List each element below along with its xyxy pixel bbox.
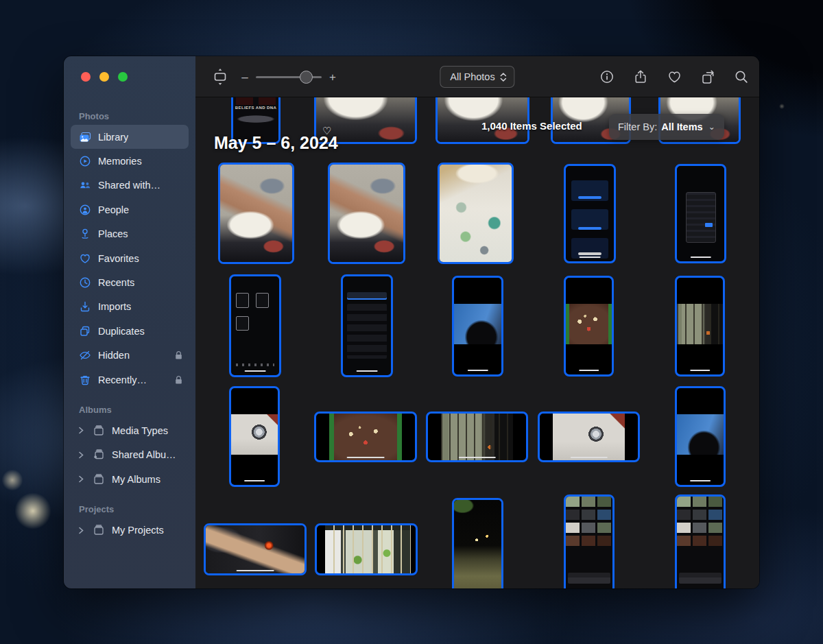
photo-thumbnail-gallery-screenshot[interactable] bbox=[675, 494, 726, 588]
sidebar-item-label: Imports bbox=[98, 301, 131, 312]
filter-dropdown[interactable]: Filter By: All Items ⌄ bbox=[609, 114, 724, 140]
sidebar-item-duplicates[interactable]: Duplicates bbox=[71, 319, 189, 343]
orientation-toggle-icon[interactable] bbox=[212, 69, 228, 85]
sidebar-item-my-projects[interactable]: My Projects bbox=[71, 518, 189, 542]
video-thumbnail-car-wheel[interactable] bbox=[538, 412, 640, 462]
sidebar-item-shared-with[interactable]: Shared with… bbox=[71, 174, 189, 198]
sidebar-item-label: My Albums bbox=[112, 474, 160, 485]
video-thumbnail-wind-chimes[interactable] bbox=[315, 523, 418, 575]
sidebar-item-label: Memories bbox=[98, 156, 142, 167]
video-thumbnail-forest-window[interactable] bbox=[426, 412, 528, 462]
chevron-right-icon[interactable] bbox=[78, 527, 86, 534]
home-indicator bbox=[245, 370, 266, 372]
photo-thumbnail-cat-petting[interactable] bbox=[328, 163, 405, 264]
photo-thumbnail-phone-screenshot[interactable] bbox=[229, 274, 281, 377]
home-indicator bbox=[357, 370, 378, 372]
filter-value: All Items bbox=[661, 121, 702, 132]
toolbar: – + All Photos bbox=[195, 56, 759, 97]
progress-line bbox=[458, 457, 495, 458]
photo-thumbnail-phone-screenshot[interactable] bbox=[675, 164, 726, 263]
hidden-eye-icon bbox=[78, 348, 92, 362]
sidebar-item-imports[interactable]: Imports bbox=[71, 295, 189, 319]
zoom-button[interactable] bbox=[118, 72, 128, 82]
home-indicator bbox=[690, 480, 711, 481]
memories-icon bbox=[78, 154, 92, 168]
photo-grid[interactable]: May 5 – 6, 2024 1,040 Items Selected Fil… bbox=[195, 97, 759, 588]
album-icon bbox=[92, 473, 106, 486]
zoom-slider-thumb[interactable] bbox=[300, 71, 313, 84]
photo-thumbnail-cereal-bowl[interactable] bbox=[564, 276, 614, 377]
screenshot-detail bbox=[236, 316, 249, 331]
view-selector-dropdown[interactable]: All Photos bbox=[440, 66, 514, 88]
rotate-button[interactable] bbox=[700, 69, 716, 85]
sidebar-item-label: Favorites bbox=[98, 253, 139, 264]
section-header-photos: Photos bbox=[79, 110, 195, 123]
search-button[interactable] bbox=[733, 69, 750, 85]
trash-icon bbox=[78, 373, 92, 387]
chevron-right-icon[interactable] bbox=[78, 475, 86, 483]
desktop-wallpaper: Photos Library Memories bbox=[0, 0, 823, 644]
photo-thumbnail-phone-screenshot[interactable] bbox=[564, 164, 616, 263]
photo-thumbnail-forest-window[interactable] bbox=[675, 276, 725, 377]
close-button[interactable] bbox=[81, 72, 91, 82]
thumbnail-caption: BELIEFS AND DNA bbox=[233, 106, 278, 110]
home-indicator bbox=[467, 370, 488, 371]
zoom-out-button[interactable]: – bbox=[241, 71, 249, 83]
sidebar-item-recently-deleted[interactable]: Recently… bbox=[71, 368, 189, 392]
zoom-slider[interactable]: – + bbox=[241, 71, 337, 83]
home-indicator bbox=[244, 480, 265, 481]
photo-thumbnail-phone-screenshot[interactable] bbox=[341, 274, 393, 377]
progress-line bbox=[347, 457, 385, 458]
duplicates-icon bbox=[78, 324, 92, 338]
sidebar-list: Photos Library Memories bbox=[64, 110, 195, 542]
minimize-button[interactable] bbox=[99, 72, 109, 82]
video-thumbnail-cereal-bowl[interactable] bbox=[314, 412, 417, 462]
clock-icon bbox=[78, 276, 92, 289]
photo-thumbnail-night-scene[interactable] bbox=[452, 498, 503, 588]
zoom-in-button[interactable]: + bbox=[329, 71, 337, 83]
main-area: – + All Photos bbox=[195, 56, 759, 588]
selection-status: 1,040 Items Selected bbox=[481, 120, 582, 132]
sidebar-item-memories[interactable]: Memories bbox=[71, 149, 189, 173]
sidebar-item-my-albums[interactable]: My Albums bbox=[71, 467, 189, 491]
favorite-button[interactable] bbox=[666, 69, 682, 85]
people-icon bbox=[78, 203, 92, 217]
photo-thumbnail-car-wheel[interactable] bbox=[229, 386, 280, 487]
home-indicator bbox=[579, 370, 599, 371]
info-button[interactable] bbox=[599, 69, 615, 85]
album-icon bbox=[92, 424, 106, 438]
share-button[interactable] bbox=[632, 69, 649, 85]
chevron-right-icon[interactable] bbox=[78, 451, 86, 459]
section-header-albums: Albums bbox=[79, 403, 195, 416]
sidebar-item-library[interactable]: Library bbox=[71, 125, 189, 149]
sidebar-item-places[interactable]: Places bbox=[71, 222, 189, 246]
sidebar-item-shared-albums[interactable]: Shared Albu… bbox=[71, 443, 189, 467]
sidebar-item-label: Shared Albu… bbox=[112, 449, 176, 460]
sidebar-item-label: Shared with… bbox=[98, 180, 160, 191]
sidebar-item-label: Library bbox=[98, 132, 128, 143]
up-down-chevrons-icon bbox=[500, 72, 508, 82]
photo-thumbnail-cat-petting[interactable] bbox=[218, 163, 294, 264]
screenshot-detail bbox=[236, 293, 249, 308]
sidebar-item-label: Media Types bbox=[112, 425, 168, 436]
sidebar: Photos Library Memories bbox=[64, 56, 195, 588]
video-thumbnail-car-button[interactable] bbox=[204, 523, 307, 575]
sidebar-item-label: Hidden bbox=[98, 350, 130, 361]
lock-icon bbox=[174, 350, 183, 360]
photo-thumbnail-cat-blanket[interactable] bbox=[438, 163, 514, 264]
photo-thumbnail-black-cat[interactable] bbox=[452, 276, 503, 377]
photo-thumbnail-black-cat[interactable] bbox=[675, 386, 726, 487]
chevron-down-icon: ⌄ bbox=[708, 122, 715, 132]
photo-thumbnail-gallery-screenshot[interactable] bbox=[564, 494, 615, 588]
zoom-slider-track[interactable] bbox=[256, 76, 322, 78]
sidebar-item-recents[interactable]: Recents bbox=[71, 270, 189, 294]
lock-icon bbox=[174, 375, 183, 385]
chevron-right-icon[interactable] bbox=[78, 427, 86, 434]
sidebar-item-media-types[interactable]: Media Types bbox=[71, 418, 189, 442]
progress-line bbox=[570, 457, 607, 458]
shared-with-icon bbox=[78, 178, 92, 192]
sidebar-item-hidden[interactable]: Hidden bbox=[71, 344, 189, 368]
sidebar-item-people[interactable]: People bbox=[71, 198, 189, 222]
section-header-projects: Projects bbox=[79, 503, 195, 516]
sidebar-item-favorites[interactable]: Favorites bbox=[71, 246, 189, 270]
